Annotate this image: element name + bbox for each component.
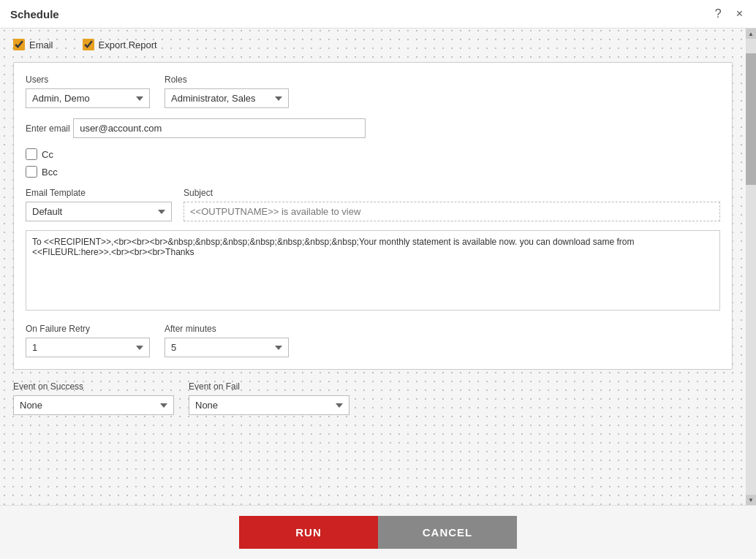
header-icons: ? × [712,6,746,22]
bcc-label: Bcc [42,167,58,178]
email-checkbox-label: Email [29,39,53,50]
dialog-body: Email Export Report Users Admin, Demo [0,28,756,505]
template-group: Email Template Default [26,188,172,221]
bcc-checkbox[interactable] [26,166,37,178]
scrollbar-track: ▲ ▼ [746,28,756,505]
email-config-card: Users Admin, Demo Roles Administrator, S… [13,62,733,370]
cc-checkbox[interactable] [26,148,37,160]
schedule-dialog: Schedule ? × Email Export Report [0,0,756,559]
dialog-footer: RUN CANCEL [0,505,756,559]
cancel-button[interactable]: CANCEL [378,516,517,549]
roles-group: Roles Administrator, Sales [165,75,289,108]
roles-select[interactable]: Administrator, Sales [165,88,289,108]
scrollbar-up-arrow[interactable]: ▲ [746,28,756,39]
after-minutes-group: After minutes 5 10 15 30 [165,324,289,357]
checkbox-row: Email Export Report [13,39,733,50]
dialog-header: Schedule ? × [0,0,756,28]
on-failure-retry-select[interactable]: 1 2 3 [26,338,150,357]
subject-input[interactable] [184,202,720,221]
event-fail-label: Event on Fail [189,381,349,392]
event-fail-group: Event on Fail None [189,381,349,415]
export-report-checkbox[interactable] [83,39,94,50]
scrollbar-thumb[interactable] [746,53,756,185]
run-button[interactable]: RUN [239,516,378,549]
subject-label: Subject [184,188,720,198]
email-checkbox-item: Email [13,39,53,50]
retry-group: On Failure Retry 1 2 3 [26,324,150,357]
cc-checkbox-item: Cc [26,148,720,160]
bcc-checkbox-item: Bcc [26,166,720,178]
roles-label: Roles [165,75,289,85]
event-success-group: Event on Success None [13,381,174,415]
help-button[interactable]: ? [712,6,725,22]
subject-group: Subject [184,188,720,221]
template-subject-row: Email Template Default Subject [26,188,720,221]
users-label: Users [26,75,150,85]
enter-email-label: Enter email [26,123,70,134]
email-checkbox[interactable] [13,39,25,50]
email-input[interactable] [73,118,366,138]
dialog-title: Schedule [10,8,59,20]
scrollbar-down-arrow[interactable]: ▼ [746,495,756,505]
email-template-select[interactable]: Default [26,202,172,221]
dialog-scroll-content: Email Export Report Users Admin, Demo [0,28,746,505]
users-select[interactable]: Admin, Demo [26,88,150,108]
email-group: Enter email [26,118,720,138]
email-body-textarea[interactable]: To <<RECIPIENT>>,<br><br><br>&nbsp;&nbsp… [26,230,720,311]
users-roles-row: Users Admin, Demo Roles Administrator, S… [26,75,720,108]
event-fail-select[interactable]: None [189,395,349,415]
export-report-checkbox-item: Export Report [83,39,157,50]
users-group: Users Admin, Demo [26,75,150,108]
event-success-select[interactable]: None [13,395,174,415]
retry-row: On Failure Retry 1 2 3 After minutes 5 1… [26,324,720,357]
after-minutes-label: After minutes [165,324,289,334]
after-minutes-select[interactable]: 5 10 15 30 [165,338,289,357]
event-success-label: Event on Success [13,381,174,392]
email-template-label: Email Template [26,188,172,198]
events-section: Event on Success None Event on Fail None [13,381,733,415]
close-button[interactable]: × [733,6,746,22]
cc-label: Cc [42,149,53,160]
export-report-label: Export Report [99,39,157,50]
on-failure-retry-label: On Failure Retry [26,324,150,334]
cc-bcc-row: Cc Bcc [26,148,720,178]
